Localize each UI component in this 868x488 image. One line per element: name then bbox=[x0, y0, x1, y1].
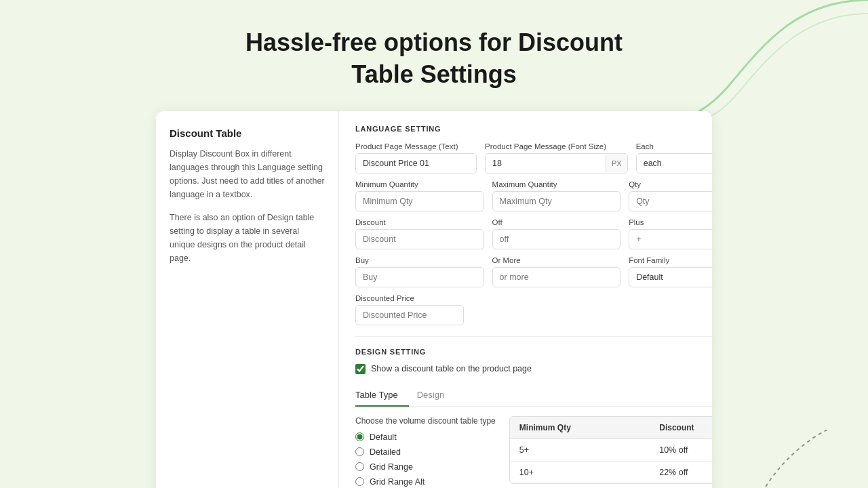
show-discount-table-checkbox[interactable] bbox=[355, 364, 366, 374]
show-discount-table-label: Show a discount table on the product pag… bbox=[371, 364, 532, 373]
tab-design[interactable]: Design bbox=[417, 384, 455, 407]
radio-option-grid-range[interactable]: Grid Range bbox=[355, 462, 464, 472]
show-discount-table-row: Show a discount table on the product pag… bbox=[355, 364, 712, 374]
product-page-message-label: Product Page Message (Text) bbox=[355, 142, 477, 150]
top-right-decoration bbox=[665, 0, 868, 122]
off-input[interactable] bbox=[492, 229, 621, 249]
or-more-input[interactable] bbox=[492, 267, 621, 287]
plus-group: Plus bbox=[629, 218, 712, 249]
discount-label: Discount bbox=[355, 218, 484, 226]
font-family-select-wrapper: Default Arial Helvetica Times New Roman … bbox=[629, 267, 712, 287]
min-qty-group: Minimum Quantity bbox=[355, 180, 484, 211]
product-page-message-input[interactable] bbox=[355, 153, 477, 174]
plus-label: Plus bbox=[629, 218, 712, 226]
sidebar-title: Discount Table bbox=[170, 127, 325, 139]
content-area: LANGUAGE SETTING Product Page Message (T… bbox=[339, 111, 712, 488]
buy-group: Buy bbox=[355, 256, 484, 287]
each-label: Each bbox=[636, 142, 712, 150]
language-section-title: LANGUAGE SETTING bbox=[355, 125, 712, 133]
discounted-price-label: Discounted Price bbox=[355, 294, 464, 302]
plus-input[interactable] bbox=[629, 229, 712, 249]
max-qty-label: Maximum Quantity bbox=[492, 180, 621, 188]
font-size-suffix: PX bbox=[606, 155, 627, 172]
font-size-input-wrapper: PX bbox=[485, 153, 628, 174]
section-divider bbox=[355, 336, 712, 337]
radio-grid-range-alt[interactable] bbox=[355, 477, 364, 486]
radio-grid-range-label: Grid Range bbox=[370, 462, 413, 472]
radio-detailed-label: Detailed bbox=[370, 447, 401, 457]
radio-options-group: Default Detailed Grid Range Grid Ra bbox=[355, 432, 464, 488]
font-family-label: Font Family bbox=[629, 256, 712, 264]
table-cell-qty-1: 5+ bbox=[510, 439, 650, 461]
tab-table-type[interactable]: Table Type bbox=[355, 384, 409, 407]
form-row-3: Discount Off Plus bbox=[355, 218, 712, 249]
font-family-group: Font Family Default Arial Helvetica Time… bbox=[629, 256, 712, 287]
table-type-left: Choose the volume discount table type De… bbox=[355, 416, 496, 488]
table-row: 10+ 22% off bbox=[510, 461, 712, 483]
discounted-price-row: Discounted Price bbox=[355, 294, 712, 325]
radio-grid-range-alt-label: Grid Range Alt bbox=[370, 477, 425, 487]
qty-input[interactable] bbox=[629, 191, 712, 211]
each-group: Each bbox=[636, 142, 712, 174]
or-more-label: Or More bbox=[492, 256, 621, 264]
off-group: Off bbox=[492, 218, 621, 249]
design-tabs: Table Type Design bbox=[355, 384, 712, 407]
radio-option-detailed[interactable]: Detailed bbox=[355, 447, 464, 457]
discount-group: Discount bbox=[355, 218, 484, 249]
radio-default-label: Default bbox=[370, 432, 397, 442]
font-size-input[interactable] bbox=[486, 154, 606, 173]
radio-default[interactable] bbox=[355, 432, 364, 441]
table-row: 5+ 10% off bbox=[510, 439, 712, 461]
qty-label: Qty bbox=[629, 180, 712, 188]
sidebar-text-2: There is also an option of Design table … bbox=[170, 211, 325, 265]
sidebar: Discount Table Display Discount Box in d… bbox=[156, 111, 339, 488]
buy-input[interactable] bbox=[355, 267, 484, 287]
buy-label: Buy bbox=[355, 256, 484, 264]
qty-group: Qty bbox=[629, 180, 712, 211]
choose-label: Choose the volume discount table type bbox=[355, 416, 496, 426]
main-panel: Discount Table Display Discount Box in d… bbox=[156, 111, 712, 488]
font-size-group: Product Page Message (Font Size) PX bbox=[485, 142, 628, 174]
radio-option-default[interactable]: Default bbox=[355, 432, 464, 442]
radio-detailed[interactable] bbox=[355, 447, 364, 456]
sidebar-text-1: Display Discount Box in different langua… bbox=[170, 147, 325, 201]
form-row-4: Buy Or More Font Family Default Arial He… bbox=[355, 256, 712, 287]
table-cell-qty-2: 10+ bbox=[510, 461, 650, 483]
each-input[interactable] bbox=[636, 153, 712, 174]
table-cell-discount-2: 22% off bbox=[650, 461, 712, 483]
table-col-min-qty: Minimum Qty bbox=[510, 417, 650, 439]
form-row-2: Minimum Quantity Maximum Quantity Qty bbox=[355, 180, 712, 211]
max-qty-input[interactable] bbox=[492, 191, 621, 211]
form-row-1: Product Page Message (Text) Product Page… bbox=[355, 142, 712, 174]
radio-option-grid-range-alt[interactable]: Grid Range Alt bbox=[355, 477, 464, 487]
max-qty-group: Maximum Quantity bbox=[492, 180, 621, 211]
radio-grid-range[interactable] bbox=[355, 462, 364, 471]
table-cell-discount-1: 10% off bbox=[650, 439, 712, 461]
design-section-title: DESIGN SETTING bbox=[355, 348, 712, 356]
font-size-label: Product Page Message (Font Size) bbox=[485, 142, 628, 150]
or-more-group: Or More bbox=[492, 256, 621, 287]
min-qty-input[interactable] bbox=[355, 191, 484, 211]
discount-input[interactable] bbox=[355, 229, 484, 249]
min-qty-label: Minimum Quantity bbox=[355, 180, 484, 188]
off-label: Off bbox=[492, 218, 621, 226]
discounted-price-group: Discounted Price bbox=[355, 294, 464, 325]
table-type-content: Choose the volume discount table type De… bbox=[355, 416, 712, 488]
preview-table: Minimum Qty Discount 5+ 10% off 10+ bbox=[509, 416, 712, 484]
discounted-price-input[interactable] bbox=[355, 305, 464, 325]
product-page-message-group: Product Page Message (Text) bbox=[355, 142, 477, 174]
font-family-select[interactable]: Default Arial Helvetica Times New Roman … bbox=[629, 268, 712, 287]
table-col-discount: Discount bbox=[650, 417, 712, 439]
